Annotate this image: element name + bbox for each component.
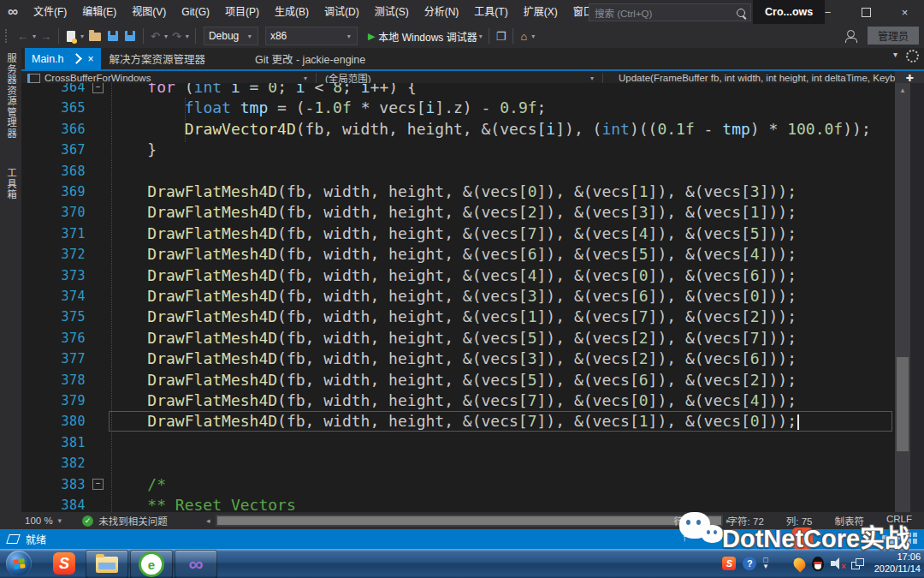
line-ending-indicator[interactable]: CRLF bbox=[886, 514, 912, 527]
line-number[interactable]: 368 bbox=[21, 164, 86, 179]
line-number[interactable]: 367 bbox=[21, 142, 86, 158]
line-number[interactable]: 384 bbox=[21, 498, 86, 512]
horizontal-scrollbar-thumb[interactable] bbox=[217, 516, 721, 525]
caret-col-indicator[interactable]: 列: 75 bbox=[786, 514, 813, 527]
collapse-region-icon[interactable]: − bbox=[92, 83, 104, 93]
publish-arrow-icon[interactable]: ↑ bbox=[682, 532, 687, 544]
menu-item-1[interactable]: 编辑(E) bbox=[74, 0, 124, 24]
solution-platform-select[interactable]: x86▾ bbox=[265, 27, 358, 45]
scroll-left-icon[interactable]: ◂ bbox=[206, 516, 210, 525]
code-line-365[interactable]: 365 float tmp = (-1.0f * vecs[i].z) - 0.… bbox=[21, 98, 895, 118]
tray-network-icon[interactable] bbox=[851, 558, 864, 569]
taskbar-explorer-button[interactable] bbox=[86, 550, 128, 578]
sidebar-item-server-explorer[interactable]: 服务器资源管理器 bbox=[4, 53, 18, 139]
save-all-icon[interactable] bbox=[125, 31, 135, 41]
line-number[interactable]: 379 bbox=[21, 393, 86, 408]
code-line-378[interactable]: 378 DrawFlatMesh4D(fb, width, height, &(… bbox=[21, 370, 895, 390]
code-line-382[interactable]: 382 bbox=[21, 453, 895, 474]
code-line-370[interactable]: 370 DrawFlatMesh4D(fb, width, height, &(… bbox=[21, 202, 895, 223]
scroll-up-icon[interactable]: ▴ bbox=[895, 86, 910, 94]
line-number[interactable]: 375 bbox=[21, 309, 86, 325]
menu-item-0[interactable]: 文件(F) bbox=[26, 0, 74, 24]
navigate-forward-icon[interactable]: → bbox=[40, 31, 51, 42]
background-tasks-icon[interactable] bbox=[6, 534, 21, 544]
debug-target-dropdown[interactable]: ▾ bbox=[479, 33, 483, 40]
line-number[interactable]: 383 bbox=[21, 477, 86, 492]
menu-item-5[interactable]: 生成(B) bbox=[267, 0, 317, 24]
close-tab-icon[interactable]: × bbox=[88, 53, 94, 65]
toolbar-overflow-dropdown[interactable]: ▾ bbox=[531, 33, 535, 40]
code-line-377[interactable]: 377 DrawFlatMesh4D(fb, width, height, &(… bbox=[21, 349, 895, 369]
menu-item-4[interactable]: 项目(P) bbox=[217, 0, 267, 24]
indentation-indicator[interactable]: 制表符 bbox=[834, 514, 864, 527]
caret-line-indicator[interactable]: 行: 380 bbox=[674, 514, 706, 527]
code-line-379[interactable]: 379 DrawFlatMesh4D(fb, width, height, &(… bbox=[21, 390, 895, 411]
taskbar-sogou-icon[interactable]: S bbox=[53, 552, 75, 575]
undo-icon[interactable]: ↶ bbox=[151, 31, 160, 42]
fold-margin[interactable]: − bbox=[86, 479, 110, 490]
new-file-dropdown[interactable]: ▾ bbox=[80, 33, 84, 40]
line-number[interactable]: 373 bbox=[21, 268, 86, 283]
code-line-373[interactable]: 373 DrawFlatMesh4D(fb, width, height, &(… bbox=[21, 265, 895, 286]
navigate-back-icon[interactable]: ← bbox=[17, 31, 28, 42]
menu-item-7[interactable]: 测试(S) bbox=[367, 0, 417, 24]
menu-item-3[interactable]: Git(G) bbox=[174, 0, 217, 24]
redo-icon[interactable]: ↷ bbox=[172, 31, 181, 42]
gear-icon[interactable] bbox=[906, 50, 919, 63]
send-feedback-icon[interactable] bbox=[844, 29, 857, 43]
code-line-369[interactable]: 369 DrawFlatMesh4D(fb, width, height, &(… bbox=[21, 182, 895, 202]
show-hidden-icons[interactable]: □▾ bbox=[763, 557, 767, 569]
line-number[interactable]: 382 bbox=[21, 456, 86, 471]
code-line-366[interactable]: 366 DrawVector4D(fb, width, height, &(ve… bbox=[21, 119, 895, 140]
tab-main-h[interactable]: Main.h × bbox=[25, 48, 101, 69]
redo-dropdown[interactable]: ▾ bbox=[186, 33, 189, 40]
code-editor[interactable]: 364− for (int i = 0; i < 8; i++) {365 fl… bbox=[21, 83, 895, 512]
code-line-364[interactable]: 364− for (int i = 0; i < 8; i++) { bbox=[21, 83, 895, 98]
taskbar-clock[interactable]: 17:06 2020/11/14 bbox=[874, 551, 921, 575]
code-line-381[interactable]: 381 bbox=[21, 432, 895, 453]
debug-target-button[interactable]: 本地 Windows 调试器 bbox=[378, 29, 477, 44]
tray-security-icon[interactable] bbox=[791, 555, 808, 572]
menu-item-2[interactable]: 视图(V) bbox=[124, 0, 174, 24]
menu-item-10[interactable]: 扩展(X) bbox=[516, 0, 566, 24]
health-status-text[interactable]: 未找到相关问题 bbox=[98, 514, 168, 527]
caret-char-indicator[interactable]: 字符: 72 bbox=[728, 514, 764, 527]
taskbar-browser-button[interactable]: e bbox=[130, 550, 173, 578]
minimize-button[interactable]: − bbox=[808, 0, 847, 24]
line-number[interactable]: 370 bbox=[21, 205, 86, 220]
menu-item-8[interactable]: 分析(N) bbox=[417, 0, 467, 24]
code-line-376[interactable]: 376 DrawFlatMesh4D(fb, width, height, &(… bbox=[21, 328, 895, 349]
line-number[interactable]: 377 bbox=[21, 351, 86, 366]
line-number[interactable]: 369 bbox=[21, 184, 86, 200]
solution-configuration-select[interactable]: Debug▾ bbox=[204, 27, 258, 45]
code-line-368[interactable]: 368 bbox=[21, 161, 895, 182]
tray-qq-icon[interactable] bbox=[812, 557, 824, 571]
horizontal-scrollbar[interactable] bbox=[216, 515, 723, 527]
code-line-371[interactable]: 371 DrawFlatMesh4D(fb, width, height, &(… bbox=[21, 223, 895, 244]
line-number[interactable]: 381 bbox=[21, 435, 86, 450]
line-number[interactable]: 376 bbox=[21, 331, 86, 346]
code-line-380[interactable]: 380 DrawFlatMesh4D(fb, width, height, &(… bbox=[21, 411, 895, 432]
line-number[interactable]: 371 bbox=[21, 226, 86, 241]
code-line-375[interactable]: 375 DrawFlatMesh4D(fb, width, height, &(… bbox=[21, 307, 895, 327]
grid-icon[interactable] bbox=[906, 533, 917, 544]
toolbar-grip[interactable] bbox=[5, 29, 9, 43]
line-number[interactable]: 365 bbox=[21, 100, 86, 116]
line-number[interactable]: 364 bbox=[21, 83, 86, 95]
pin-icon[interactable] bbox=[71, 53, 82, 64]
restore-button[interactable] bbox=[847, 0, 886, 24]
taskbar-visual-studio-button[interactable]: ∞ bbox=[175, 550, 217, 578]
tray-help-icon[interactable]: ? bbox=[743, 557, 756, 570]
navigate-back-dropdown[interactable]: ▾ bbox=[33, 33, 36, 40]
open-file-icon[interactable] bbox=[89, 33, 101, 41]
new-file-icon[interactable] bbox=[67, 31, 75, 42]
code-line-374[interactable]: 374 DrawFlatMesh4D(fb, width, height, &(… bbox=[21, 286, 895, 307]
tab-solution-explorer[interactable]: 解决方案资源管理器 bbox=[101, 48, 215, 69]
code-line-384[interactable]: 384 ** Reset Vectors bbox=[21, 495, 895, 512]
tab-git-changes[interactable]: Git 更改 - jackie-engine bbox=[246, 48, 374, 69]
line-number[interactable]: 372 bbox=[21, 247, 86, 262]
vertical-scrollbar-thumb[interactable] bbox=[897, 357, 909, 451]
line-number[interactable]: 378 bbox=[21, 372, 86, 388]
line-number[interactable]: 380 bbox=[21, 414, 86, 429]
code-line-372[interactable]: 372 DrawFlatMesh4D(fb, width, height, &(… bbox=[21, 244, 895, 265]
